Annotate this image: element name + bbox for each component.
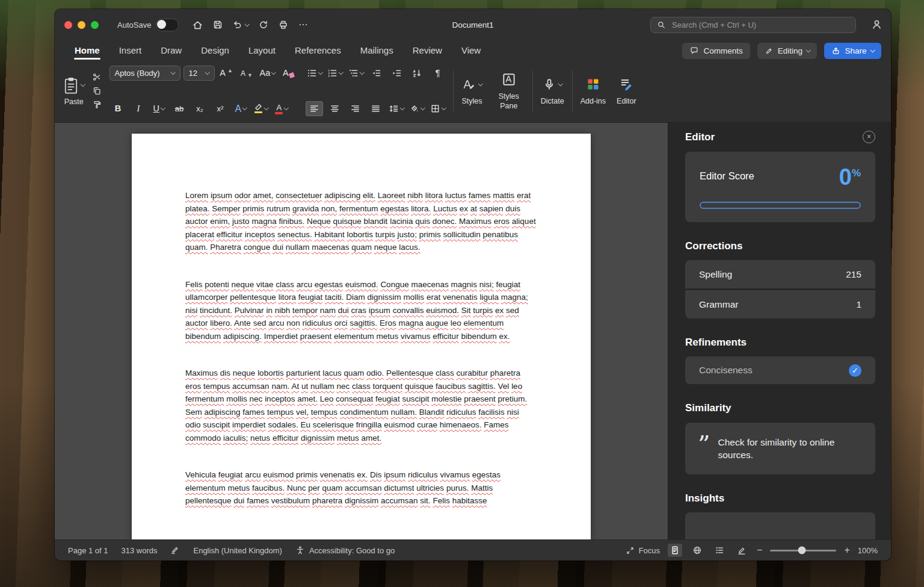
proofing-status-button[interactable] — [170, 545, 180, 555]
tab-references[interactable]: References — [294, 42, 342, 60]
minimize-window-button[interactable] — [78, 21, 85, 29]
borders-button[interactable] — [429, 101, 447, 116]
close-panel-button[interactable] — [863, 131, 875, 143]
similarity-card[interactable]: Check for similarity to online sources. — [685, 423, 875, 474]
shading-button[interactable] — [408, 101, 426, 116]
tab-design[interactable]: Design — [200, 42, 230, 60]
document-page[interactable]: Lorem ipsum odor amet, consectetuer adip… — [132, 134, 591, 539]
editing-mode-button[interactable]: Editing — [757, 43, 818, 59]
accessibility-button[interactable]: Accessibility: Good to go — [295, 545, 395, 555]
search-input[interactable] — [671, 20, 849, 30]
tab-insert[interactable]: Insert — [119, 42, 143, 60]
share-button[interactable]: Share — [824, 43, 881, 59]
page-indicator[interactable]: Page 1 of 1 — [68, 546, 108, 555]
format-painter-button[interactable] — [92, 100, 102, 110]
addins-button[interactable]: Add-ins — [575, 64, 611, 117]
strikethrough-button[interactable]: ab — [171, 101, 188, 116]
home-button[interactable] — [192, 19, 203, 31]
numbering-button[interactable] — [326, 66, 344, 81]
styles-pane-button[interactable]: Styles Pane — [488, 64, 530, 117]
multilevel-list-button[interactable] — [347, 66, 365, 81]
font-size-select[interactable]: 12 — [183, 66, 215, 81]
shrink-font-button[interactable]: A▼ — [238, 66, 256, 81]
autosave-toggle[interactable] — [156, 19, 179, 31]
print-layout-view-button[interactable] — [668, 544, 682, 557]
paragraph[interactable]: Lorem ipsum odor amet, consectetuer adip… — [185, 189, 537, 254]
clear-formatting-button[interactable]: A — [280, 66, 297, 81]
tab-review[interactable]: Review — [412, 42, 443, 60]
dictate-button[interactable]: Dictate — [535, 64, 570, 117]
tab-draw[interactable]: Draw — [160, 42, 182, 60]
align-right-button[interactable] — [346, 101, 364, 116]
account-button[interactable] — [871, 19, 882, 30]
comments-button[interactable]: Comments — [682, 43, 750, 59]
ellipsis-icon — [298, 19, 309, 30]
styles-button[interactable]: Styles — [456, 64, 488, 117]
align-center-button[interactable] — [326, 101, 343, 116]
zoom-out-button[interactable]: − — [757, 545, 762, 555]
paste-button[interactable]: Paste — [62, 64, 88, 117]
insights-card[interactable] — [685, 512, 875, 539]
align-left-button[interactable] — [306, 101, 323, 116]
editor-score-unit: % — [852, 167, 861, 179]
tab-layout[interactable]: Layout — [248, 42, 276, 60]
print-layout-icon — [670, 545, 680, 555]
font-name-select[interactable]: Aptos (Body) — [109, 66, 180, 81]
grammar-row[interactable]: Grammar 1 — [685, 290, 875, 318]
decrease-indent-button[interactable] — [368, 66, 385, 81]
zoom-in-button[interactable]: + — [844, 545, 849, 555]
italic-button[interactable]: I — [130, 101, 147, 116]
outline-view-button[interactable] — [712, 544, 727, 557]
cut-button[interactable] — [92, 72, 102, 82]
zoom-slider[interactable] — [770, 550, 836, 551]
change-case-button[interactable]: Aa — [259, 66, 277, 81]
autosave-label: AutoSave — [117, 20, 151, 30]
sort-button[interactable] — [408, 66, 426, 81]
bold-button[interactable]: B — [109, 101, 127, 116]
subscript-button[interactable]: x₂ — [191, 101, 209, 116]
show-paragraph-marks-button[interactable]: ¶ — [429, 66, 446, 81]
zoom-percent[interactable]: 100% — [858, 546, 878, 555]
grow-font-button[interactable]: A▲ — [218, 66, 235, 81]
zoom-slider-knob[interactable] — [798, 547, 806, 554]
paragraph[interactable]: Vehicula feugiat arcu euismod primis ven… — [185, 468, 537, 508]
editor-button[interactable]: Editor — [611, 64, 642, 117]
save-button[interactable] — [212, 19, 223, 30]
paragraph[interactable]: Maximus dis neque lobortis parturient la… — [185, 367, 537, 444]
word-count[interactable]: 313 words — [122, 546, 158, 555]
tab-view[interactable]: View — [461, 42, 481, 60]
highlight-button[interactable] — [253, 101, 270, 116]
close-window-button[interactable] — [64, 21, 72, 29]
quote-icon — [698, 444, 708, 453]
focus-button[interactable]: Focus — [626, 546, 660, 555]
web-layout-view-button[interactable] — [690, 544, 704, 557]
redo-button[interactable] — [258, 19, 269, 30]
more-commands-button[interactable] — [298, 19, 309, 30]
font-color-button[interactable]: A — [273, 101, 291, 116]
increase-indent-button[interactable] — [388, 66, 405, 81]
undo-icon — [232, 19, 243, 30]
zoom-window-button[interactable] — [91, 21, 99, 29]
ribbon-toolbar: Paste Aptos (Body) 12 — [55, 61, 891, 123]
document-text: Lorem ipsum odor amet, consectetuer adip… — [185, 189, 537, 508]
bullets-button[interactable] — [306, 66, 324, 81]
undo-button[interactable] — [232, 19, 249, 30]
search-box[interactable] — [650, 17, 856, 33]
draft-view-button[interactable] — [735, 544, 749, 557]
language-indicator[interactable]: English (United Kingdom) — [193, 546, 282, 555]
tab-home[interactable]: Home — [74, 42, 100, 60]
share-dropdown-icon — [870, 48, 875, 52]
paragraph[interactable]: Felis potenti neque vitae class arcu ege… — [185, 278, 537, 343]
line-spacing-button[interactable] — [387, 101, 405, 116]
undo-dropdown-icon[interactable] — [245, 22, 250, 26]
copy-button[interactable] — [92, 86, 102, 96]
spelling-row[interactable]: Spelling 215 — [685, 260, 875, 288]
tab-mailings[interactable]: Mailings — [360, 42, 394, 60]
conciseness-row[interactable]: Conciseness — [685, 356, 875, 384]
text-effects-button[interactable]: A — [232, 101, 250, 116]
align-left-icon — [309, 104, 319, 114]
print-button[interactable] — [278, 19, 289, 30]
justify-button[interactable] — [367, 101, 384, 116]
underline-button[interactable]: U — [150, 101, 168, 116]
superscript-button[interactable]: x² — [212, 101, 229, 116]
